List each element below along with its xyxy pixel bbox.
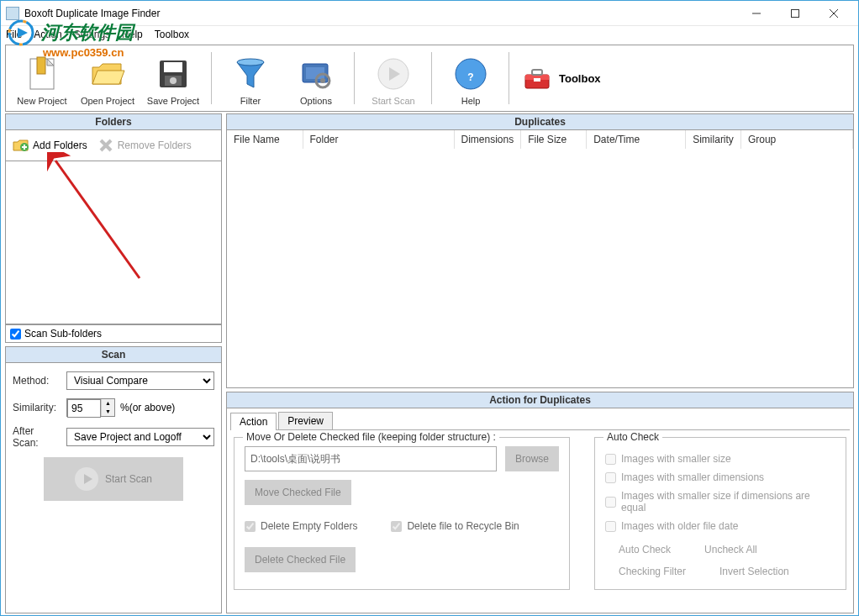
menu-action[interactable]: Action xyxy=(34,29,61,40)
menu-settings[interactable]: Settings xyxy=(74,29,110,40)
help-button[interactable]: ? Help xyxy=(440,48,502,108)
similarity-suffix: %(or above) xyxy=(120,402,175,413)
start-scan-large-button: Start Scan xyxy=(44,457,183,501)
toolbar: New Project Open Project Save Project Fi… xyxy=(5,45,854,112)
duplicates-panel: Duplicates File Name Folder Dimensions F… xyxy=(226,113,854,388)
start-scan-button: Start Scan xyxy=(362,48,424,108)
new-project-button[interactable]: New Project xyxy=(11,48,73,108)
similarity-input[interactable] xyxy=(67,399,101,418)
scan-subfolders-row: Scan Sub-folders xyxy=(5,324,222,343)
auto-smaller-size-checkbox xyxy=(605,454,616,465)
filter-button[interactable]: Filter xyxy=(219,48,282,108)
toolbox-icon xyxy=(524,65,551,92)
filter-icon xyxy=(230,54,271,94)
svg-point-10 xyxy=(237,59,264,66)
scan-header: Scan xyxy=(5,346,222,363)
options-button[interactable]: Options xyxy=(285,48,347,108)
action-header: Action for Duplicates xyxy=(226,392,854,408)
help-icon: ? xyxy=(451,54,491,94)
remove-folders-button: Remove Folders xyxy=(94,135,195,155)
svg-point-14 xyxy=(320,78,325,83)
auto-check-fieldset: Auto Check Images with smaller size Imag… xyxy=(594,437,846,590)
col-similarity[interactable]: Similarity xyxy=(686,130,741,149)
col-group[interactable]: Group xyxy=(740,130,852,149)
col-filename[interactable]: File Name xyxy=(227,130,303,149)
svg-rect-5 xyxy=(37,57,45,74)
svg-rect-21 xyxy=(534,78,540,82)
delete-recycle-checkbox xyxy=(391,521,402,532)
after-scan-select[interactable]: Save Project and Logoff xyxy=(66,428,214,446)
path-input[interactable] xyxy=(245,446,497,471)
menu-file[interactable]: File xyxy=(6,29,22,40)
tab-action[interactable]: Action xyxy=(230,413,277,430)
menu-help[interactable]: Help xyxy=(122,29,143,40)
open-project-button[interactable]: Open Project xyxy=(76,48,139,108)
link-uncheck: Uncheck All xyxy=(704,544,757,555)
minimize-button[interactable] xyxy=(737,2,776,25)
delete-checked-button: Delete Checked File xyxy=(245,547,356,572)
menubar: File Action Settings Help Toolbox xyxy=(1,26,858,43)
delete-empty-checkbox xyxy=(245,521,256,532)
add-folder-icon xyxy=(13,137,29,154)
spin-up[interactable]: ▲ xyxy=(102,399,114,408)
method-select[interactable]: Visiual Compare xyxy=(66,371,214,390)
auto-smaller-dim-checkbox xyxy=(605,472,616,483)
svg-point-9 xyxy=(170,77,177,84)
link-autocheck: Auto Check xyxy=(619,544,671,555)
new-project-icon xyxy=(22,54,62,94)
spin-down[interactable]: ▼ xyxy=(102,408,114,416)
after-scan-label: After Scan: xyxy=(13,425,61,449)
save-icon xyxy=(153,54,193,94)
auto-older-checkbox xyxy=(605,521,616,532)
folders-list[interactable] xyxy=(5,161,222,324)
similarity-spinner[interactable]: ▲▼ xyxy=(66,398,115,417)
add-folders-button[interactable]: Add Folders xyxy=(9,135,91,155)
col-datetime[interactable]: Date/Time xyxy=(587,130,686,149)
col-filesize[interactable]: File Size xyxy=(521,130,587,149)
play-icon xyxy=(373,54,414,94)
folders-header: Folders xyxy=(5,113,222,130)
link-invert: Invert Selection xyxy=(719,566,789,577)
toolbox-label: Toolbox xyxy=(559,72,601,85)
link-filter: Checking Filter xyxy=(619,566,686,577)
duplicates-grid[interactable]: File Name Folder Dimensions File Size Da… xyxy=(226,130,854,388)
duplicates-header: Duplicates xyxy=(226,113,854,130)
tab-preview[interactable]: Preview xyxy=(278,412,333,429)
svg-rect-7 xyxy=(164,62,182,72)
folders-panel: Folders Add Folders Remove Folders Sca xyxy=(5,113,222,343)
svg-rect-1 xyxy=(792,9,799,17)
method-label: Method: xyxy=(13,375,61,387)
app-icon xyxy=(6,7,19,20)
menu-toolbox[interactable]: Toolbox xyxy=(155,29,189,40)
col-dimensions[interactable]: Dimensions xyxy=(454,130,521,149)
close-button[interactable] xyxy=(814,2,853,25)
col-folder[interactable]: Folder xyxy=(303,130,454,149)
titlebar: Boxoft Duplicate Image Finder xyxy=(1,1,858,26)
browse-button: Browse xyxy=(505,446,559,471)
options-icon xyxy=(296,54,336,94)
similarity-label: Similarity: xyxy=(13,402,61,413)
move-delete-fieldset: Move Or Delete Checked file (keeping fol… xyxy=(234,437,570,590)
toolbox-button[interactable]: Toolbox xyxy=(517,61,608,95)
action-panel: Action for Duplicates Action Preview Mov… xyxy=(226,392,854,613)
svg-rect-20 xyxy=(532,70,542,75)
window-title: Boxoft Duplicate Image Finder xyxy=(24,8,737,19)
maximize-button[interactable] xyxy=(776,2,814,25)
auto-smaller-eq-checkbox xyxy=(605,497,616,508)
play-icon xyxy=(75,467,98,491)
open-folder-icon xyxy=(87,54,128,94)
svg-text:?: ? xyxy=(467,71,473,83)
move-checked-button: Move Checked File xyxy=(245,480,351,505)
scan-subfolders-checkbox[interactable] xyxy=(10,329,21,340)
save-project-button[interactable]: Save Project xyxy=(142,48,204,108)
scan-panel: Scan Method: Visiual Compare Similarity:… xyxy=(5,346,222,613)
remove-icon xyxy=(97,137,114,154)
